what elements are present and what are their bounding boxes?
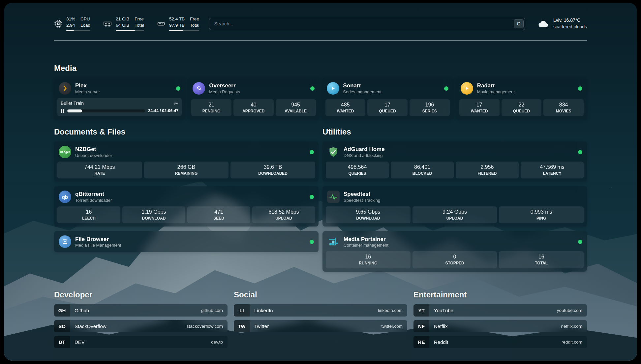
bookmark-name: StackOverflow	[70, 320, 107, 332]
bookmark-url: youtube.com	[557, 304, 587, 317]
bookmark-name: Twitter	[250, 320, 269, 332]
service-card-nzbget[interactable]: nzbget NZBGet Usenet downloader 744.21 M…	[54, 141, 319, 182]
bookmark-url: github.com	[201, 304, 228, 317]
bookmark-name: DEV	[70, 336, 85, 348]
stat-queued: 17QUEUED	[367, 99, 408, 116]
cloud-icon	[537, 19, 550, 29]
service-name: File Browser	[75, 236, 121, 243]
stat-queries: 498,564QUERIES	[326, 162, 389, 178]
disk-icon	[157, 19, 166, 28]
service-name: NZBGet	[75, 146, 112, 153]
bookmark-linkedin[interactable]: LI LinkedIn linkedin.com	[234, 304, 407, 317]
service-name: Media Portainer	[344, 236, 388, 243]
bookmark-netflix[interactable]: NF Netflix netflix.com	[413, 320, 587, 332]
service-card-speedtest[interactable]: Speedtest Speedtest Tracking 9.65 GbpsDO…	[322, 186, 587, 227]
stat-queued: 22QUEUED	[502, 99, 542, 116]
status-dot	[310, 86, 315, 91]
bookmark-dev[interactable]: DT DEV dev.to	[54, 336, 228, 348]
status-dot	[578, 86, 582, 91]
status-dot	[578, 150, 582, 154]
service-card-qbittorrent[interactable]: qb qBittorrent Torrent downloader 16LEEC…	[54, 186, 319, 227]
stat-running: 16RUNNING	[326, 251, 411, 268]
memory-total-value: 64 GiB	[116, 22, 129, 28]
memory-free-value: 21 GiB	[116, 16, 129, 22]
cpu-widget: 31% 2.94 CPU Load	[54, 16, 90, 31]
service-description: Speedtest Tracking	[344, 198, 380, 203]
section-utilities: Utilities	[322, 127, 587, 272]
system-metrics: 31% 2.94 CPU Load	[54, 16, 199, 31]
stat-filtered: 2,956FILTERED	[456, 162, 519, 178]
disk-total-label: Total	[190, 22, 199, 28]
cpu-load-label: Load	[80, 22, 90, 28]
search-input[interactable]	[209, 18, 525, 30]
gear-icon[interactable]	[173, 101, 178, 106]
bookmark-url: twitter.com	[381, 320, 407, 332]
stat-ping: 0.993 msPING	[499, 206, 584, 223]
stat-seed: 471SEED	[187, 206, 250, 223]
service-card-radarr[interactable]: Radarr Movie management 17WANTED 22QUEUE…	[456, 78, 587, 119]
qbittorrent-icon: qb	[59, 191, 71, 203]
service-description: DNS and adblocking	[344, 153, 385, 158]
disk-usage-bar	[169, 30, 199, 31]
service-description: Torrent downloader	[75, 198, 112, 203]
bookmark-url: netflix.com	[561, 320, 587, 332]
playback-progress-bar[interactable]	[67, 109, 145, 112]
playback-time: 24:44 / 02:06:47	[148, 108, 178, 113]
section-social: Social LI LinkedIn linkedin.com TW Twitt…	[234, 290, 407, 352]
status-dot	[176, 86, 180, 91]
search-bar: G	[209, 18, 525, 30]
memory-widget: 21 GiB 64 GiB Free Total	[103, 16, 144, 31]
nzbget-icon: nzbget	[59, 146, 71, 158]
status-dot	[444, 86, 448, 91]
section-entertainment: Entertainment YT YouTube youtube.com NF …	[413, 290, 587, 352]
stat-leech: 16LEECH	[57, 206, 120, 223]
memory-free-label: Free	[135, 16, 144, 22]
bookmark-github[interactable]: GH Github github.com	[54, 304, 228, 317]
stat-latency: 47.569 msLATENCY	[521, 162, 584, 178]
dashboard-window: 31% 2.94 CPU Load	[4, 3, 637, 361]
memory-icon	[103, 19, 112, 28]
bookmark-youtube[interactable]: YT YouTube youtube.com	[413, 304, 587, 317]
memory-usage-bar	[116, 30, 144, 31]
stat-download: 1.19 GbpsDOWNLOAD	[122, 206, 185, 223]
section-documents-files: Documents & Files nzbget NZBGet Usenet d…	[54, 127, 319, 252]
section-title-developer: Developer	[54, 290, 228, 299]
bookmark-abbr: TW	[234, 320, 250, 332]
weather-location-temp: Lviv, 16.87°C	[553, 17, 587, 24]
service-description: Media Requests	[209, 89, 240, 95]
service-name: Speedtest	[344, 191, 380, 197]
bookmark-name: LinkedIn	[250, 304, 273, 317]
filebrowser-icon	[59, 235, 71, 248]
bookmark-reddit[interactable]: RE Reddit reddit.com	[413, 336, 587, 348]
stat-wanted: 485WANTED	[325, 99, 366, 116]
service-name: AdGuard Home	[344, 146, 385, 153]
service-card-plex[interactable]: Plex Media server Bullet Train	[54, 78, 185, 119]
service-card-portainer[interactable]: Media Portainer Container management 16R…	[322, 231, 587, 271]
service-card-adguard[interactable]: AdGuard Home DNS and adblocking 498,564Q…	[322, 141, 587, 182]
service-card-filebrowser[interactable]: File Browser Media File Management	[54, 231, 319, 252]
memory-total-label: Total	[135, 22, 144, 28]
pause-icon[interactable]	[61, 109, 64, 113]
section-media: Media Plex Media server	[54, 64, 587, 119]
search-provider-button[interactable]: G	[514, 19, 524, 28]
bookmark-stackoverflow[interactable]: SO StackOverflow stackoverflow.com	[54, 320, 228, 332]
service-card-sonarr[interactable]: Sonarr Series management 485WANTED 17QUE…	[322, 78, 453, 119]
service-description: Media File Management	[75, 243, 121, 248]
bookmark-name: Reddit	[429, 336, 448, 348]
overseerr-icon	[193, 82, 205, 95]
section-title-utilities: Utilities	[322, 127, 587, 136]
bookmark-twitter[interactable]: TW Twitter twitter.com	[234, 320, 407, 332]
service-card-overseerr[interactable]: Overseerr Media Requests 21PENDING 40APP…	[188, 78, 319, 119]
bookmark-name: Netflix	[429, 320, 448, 332]
service-name: Sonarr	[343, 82, 382, 89]
bookmark-abbr: YT	[413, 304, 429, 317]
stat-remaining: 266 GBREMAINING	[144, 162, 229, 178]
stat-stopped: 0STOPPED	[412, 251, 497, 268]
stat-upload: 618.52 MbpsUPLOAD	[252, 206, 315, 223]
weather-condition: scattered clouds	[553, 24, 587, 30]
service-description: Media server	[75, 89, 100, 95]
topbar-divider	[54, 40, 587, 41]
service-description: Series management	[343, 89, 382, 95]
bookmark-url: reddit.com	[562, 336, 587, 348]
plex-icon	[59, 82, 71, 95]
